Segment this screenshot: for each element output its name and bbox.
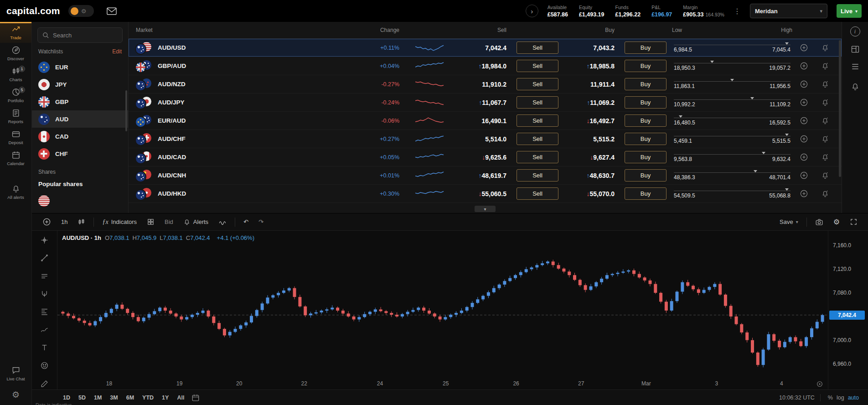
list-view-icon[interactable] xyxy=(851,62,860,71)
add-to-watchlist-icon[interactable] xyxy=(793,153,814,161)
sell-button[interactable]: Sell xyxy=(517,78,558,90)
watchlist-scrollbar[interactable] xyxy=(125,90,127,131)
market-row[interactable]: GBP/AUD+0.04%↑18,984.0Sell↑18,985.8Buy18… xyxy=(129,57,842,75)
sell-button[interactable]: Sell xyxy=(517,114,558,127)
watchlist-item-gbp[interactable]: GBP xyxy=(32,93,128,110)
range-1m[interactable]: 1M xyxy=(90,393,105,403)
snapshot-camera-icon[interactable] xyxy=(811,216,827,228)
brush-tool[interactable] xyxy=(37,378,52,389)
info-icon[interactable]: i xyxy=(850,26,860,36)
sidebar-item-live-chat[interactable]: Live Chat xyxy=(0,363,31,384)
buy-button[interactable]: Buy xyxy=(625,151,666,163)
sell-button[interactable]: Sell xyxy=(517,169,558,182)
buy-button[interactable]: Buy xyxy=(625,187,666,200)
market-row[interactable]: AUD/CAD+0.05%↓9,625.6Sell↓9,627.4Buy9,56… xyxy=(129,148,842,166)
market-row[interactable]: AUD/NZD-0.27%11,910.2Sell11,911.4Buy11,8… xyxy=(129,75,842,93)
sell-button[interactable]: Sell xyxy=(517,151,558,163)
alerts-button[interactable]: Alerts xyxy=(179,216,212,228)
panel-layout-icon[interactable] xyxy=(851,45,860,54)
price-alert-bell-icon[interactable] xyxy=(814,135,836,143)
range-6m[interactable]: 6M xyxy=(123,393,138,403)
buy-button[interactable]: Buy xyxy=(625,78,666,90)
buy-button[interactable]: Buy xyxy=(625,42,666,54)
add-to-watchlist-icon[interactable] xyxy=(793,116,814,125)
sidebar-item-trade[interactable]: Trade xyxy=(0,22,31,43)
levels-tool[interactable] xyxy=(37,270,52,282)
date-range-icon[interactable] xyxy=(191,394,200,402)
toggle-log[interactable]: log xyxy=(835,394,846,402)
bid-toggle[interactable]: Bid xyxy=(160,216,177,228)
sidebar-item-discover[interactable]: Discover xyxy=(0,43,31,64)
sell-button[interactable]: Sell xyxy=(517,60,558,72)
sell-button[interactable]: Sell xyxy=(517,42,558,54)
redo-button[interactable]: ↷ xyxy=(254,216,268,228)
add-to-watchlist-icon[interactable] xyxy=(793,189,814,198)
price-alert-bell-icon[interactable] xyxy=(814,117,836,125)
price-alert-bell-icon[interactable] xyxy=(814,80,836,88)
price-alert-bell-icon[interactable] xyxy=(814,153,836,161)
price-axis[interactable]: 7,160.07,120.07,080.07,000.06,960.07,042… xyxy=(828,231,868,389)
sidebar-item-deposit[interactable]: Deposit xyxy=(0,127,31,148)
buy-button[interactable]: Buy xyxy=(625,169,666,182)
market-row[interactable]: AUD/HKD+0.30%↓55,060.5Sell↓55,070.0Buy54… xyxy=(129,185,842,203)
crosshair-tool[interactable] xyxy=(37,234,52,246)
layout-grid-icon[interactable] xyxy=(143,216,159,228)
expand-account-button[interactable]: › xyxy=(526,5,538,17)
timeframe-button[interactable]: 1h xyxy=(57,216,72,228)
range-1d[interactable]: 1D xyxy=(59,393,74,403)
chart-plot[interactable]: AUD/USD · 1h O7,038.1H7,045.9L7,038.1C7,… xyxy=(57,231,828,389)
range-ytd[interactable]: YTD xyxy=(139,393,157,403)
toggle-auto[interactable]: auto xyxy=(846,394,861,402)
emoji-tool[interactable] xyxy=(37,360,52,371)
fullscreen-icon[interactable] xyxy=(846,216,862,228)
account-selector[interactable]: Meridan ▾ xyxy=(750,4,827,18)
buy-button[interactable]: Buy xyxy=(625,133,666,145)
add-to-watchlist-icon[interactable] xyxy=(793,135,814,143)
popular-shares-item[interactable]: Popular shares xyxy=(32,178,128,192)
add-to-watchlist-icon[interactable] xyxy=(793,43,814,52)
price-alert-bell-icon[interactable] xyxy=(814,190,836,198)
price-alert-bell-icon[interactable] xyxy=(814,99,836,107)
sell-button[interactable]: Sell xyxy=(517,187,558,200)
watchlist-item-cad[interactable]: CAD xyxy=(32,128,128,145)
add-to-watchlist-icon[interactable] xyxy=(793,98,814,107)
theme-toggle[interactable]: ⚙ xyxy=(68,5,94,17)
pitchfork-tool[interactable] xyxy=(37,288,52,300)
range-1y[interactable]: 1Y xyxy=(158,393,172,403)
price-alert-bell-icon[interactable] xyxy=(814,171,836,180)
market-row[interactable]: AUD/USD+0.11%7,042.4Sell7,043.2Buy6,984.… xyxy=(129,39,842,57)
watchlist-item-eur[interactable]: EUR xyxy=(32,58,128,76)
sell-button[interactable]: Sell xyxy=(517,96,558,109)
sidebar-item-charts[interactable]: Charts1 xyxy=(0,64,31,85)
watchlist-item-aud[interactable]: AUD xyxy=(32,110,128,128)
trendline-tool[interactable] xyxy=(37,252,52,264)
scroll-to-now-icon[interactable] xyxy=(816,380,823,388)
market-row[interactable]: AUD/CNH+0.01%↑48,619.7Sell↑48,630.7Buy48… xyxy=(129,166,842,185)
alerts-bell-icon[interactable] xyxy=(851,82,860,91)
watchlist-item-jpy[interactable]: JPY xyxy=(32,76,128,93)
curve-tool[interactable] xyxy=(37,324,52,336)
market-row[interactable]: AUD/JPY-0.24%↑11,067.7Sell↑11,069.2Buy10… xyxy=(129,93,842,112)
text-tool[interactable] xyxy=(37,342,52,353)
range-all[interactable]: All xyxy=(173,393,188,403)
settings-gear-icon[interactable]: ⚙ xyxy=(0,384,31,405)
add-to-watchlist-icon[interactable] xyxy=(793,62,814,70)
price-alert-bell-icon[interactable] xyxy=(814,62,836,70)
chart-settings-gear-icon[interactable]: ⚙ xyxy=(829,215,844,228)
sidebar-item-calendar[interactable]: Calendar xyxy=(0,148,31,169)
add-symbol-button[interactable] xyxy=(38,215,55,228)
chart-type-icon[interactable] xyxy=(73,216,89,228)
watchlist-item-chf[interactable]: CHF xyxy=(32,145,128,162)
indicators-button[interactable]: ƒx Indicators xyxy=(98,216,141,228)
kebab-menu-icon[interactable]: ⋮ xyxy=(734,7,741,16)
fib-tool[interactable] xyxy=(37,306,52,317)
clipped-share-item[interactable] xyxy=(32,192,128,209)
buy-button[interactable]: Buy xyxy=(625,114,666,127)
undo-button[interactable]: ↶ xyxy=(239,216,253,228)
collapse-table-button[interactable]: ▾ xyxy=(475,206,496,212)
add-to-watchlist-icon[interactable] xyxy=(793,80,814,88)
sell-button[interactable]: Sell xyxy=(517,133,558,145)
range-5d[interactable]: 5D xyxy=(75,393,89,403)
market-scrollbar[interactable] xyxy=(839,40,841,177)
market-row[interactable]: AUD/CHF+0.27%5,514.0Sell5,515.2Buy5,459.… xyxy=(129,130,842,148)
